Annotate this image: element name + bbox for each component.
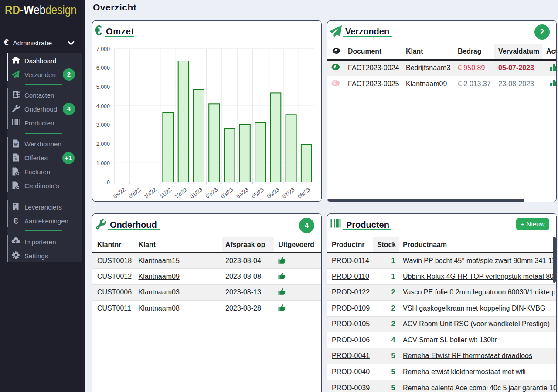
svg-text:08/23: 08/23	[296, 186, 311, 199]
svg-text:7.000: 7.000	[96, 46, 110, 52]
svg-text:11/22: 11/22	[159, 186, 173, 199]
svg-text:04/23: 04/23	[235, 186, 249, 199]
svg-text:01/23: 01/23	[189, 186, 204, 199]
svg-text:4.000: 4.000	[96, 103, 110, 109]
svg-text:3.000: 3.000	[96, 122, 110, 128]
svg-text:2.000: 2.000	[96, 141, 110, 147]
svg-text:6.000: 6.000	[96, 65, 110, 71]
svg-text:05/23: 05/23	[251, 186, 265, 199]
svg-text:08/22: 08/22	[112, 186, 126, 199]
svg-text:12/22: 12/22	[174, 186, 188, 199]
svg-text:06/23: 06/23	[266, 186, 280, 199]
svg-text:5.000: 5.000	[96, 84, 110, 90]
svg-text:07/23: 07/23	[281, 186, 296, 199]
svg-text:0: 0	[107, 179, 110, 186]
svg-text:$: $	[14, 156, 17, 161]
svg-text:10/22: 10/22	[143, 186, 157, 199]
svg-text:1.000: 1.000	[96, 160, 110, 166]
svg-text:09/22: 09/22	[127, 186, 142, 199]
svg-text:02/23: 02/23	[204, 186, 219, 199]
svg-text:03/23: 03/23	[220, 186, 234, 199]
svg-text:W: W	[14, 142, 18, 147]
